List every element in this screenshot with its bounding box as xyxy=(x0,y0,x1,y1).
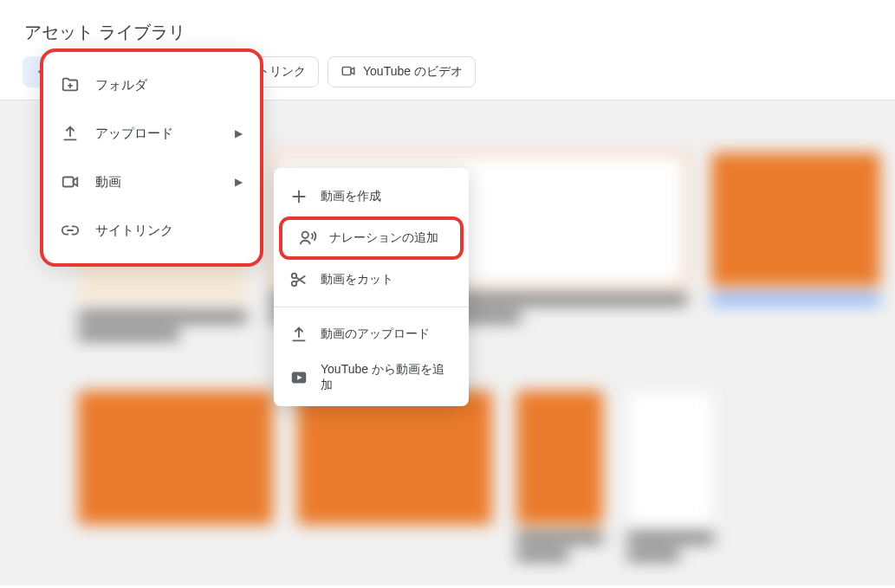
upload-icon xyxy=(289,325,308,344)
video-icon xyxy=(61,172,80,191)
app-shell: アセット ライブラリ すべて 画像 サイトリンク YouTube のビデオ xyxy=(0,0,895,588)
menu-item-folder[interactable]: フォルダ xyxy=(43,61,260,109)
scissors-icon xyxy=(289,270,308,289)
svg-rect-1 xyxy=(342,67,351,74)
menu-item-label: サイトリンク xyxy=(95,223,243,239)
menu-item-video[interactable]: 動画 ▶ xyxy=(43,158,260,206)
svg-point-4 xyxy=(292,274,297,279)
chevron-right-icon: ▶ xyxy=(235,127,243,139)
svg-point-5 xyxy=(292,281,297,287)
svg-rect-2 xyxy=(63,178,74,187)
page-title: アセット ライブラリ xyxy=(24,21,871,44)
upload-icon xyxy=(61,124,80,143)
submenu-item-create-video[interactable]: 動画を作成 xyxy=(274,175,469,218)
video-submenu: 動画を作成 ナレーションの追加 動画をカット xyxy=(274,168,469,406)
submenu-item-upload-video[interactable]: 動画のアップロード xyxy=(274,313,469,356)
youtube-icon xyxy=(289,368,308,387)
chip-youtube-label: YouTube のビデオ xyxy=(363,64,463,80)
menu-item-upload[interactable]: アップロード ▶ xyxy=(43,109,260,158)
link-icon xyxy=(61,221,80,240)
submenu-item-add-narration[interactable]: ナレーションの追加 xyxy=(279,216,464,260)
submenu-item-label: YouTube から動画を追加 xyxy=(321,362,453,393)
submenu-item-label: 動画のアップロード xyxy=(321,326,453,342)
menu-item-label: アップロード xyxy=(95,126,235,142)
plus-icon xyxy=(289,187,308,206)
folder-add-icon xyxy=(61,75,80,94)
submenu-item-cut-video[interactable]: 動画をカット xyxy=(274,258,469,301)
narration-icon xyxy=(298,229,317,248)
video-icon xyxy=(340,63,356,81)
submenu-item-add-from-youtube[interactable]: YouTube から動画を追加 xyxy=(274,356,469,399)
menu-item-label: フォルダ xyxy=(95,77,243,94)
menu-item-label: 動画 xyxy=(95,174,235,191)
chevron-right-icon: ▶ xyxy=(235,176,243,188)
chip-youtube[interactable]: YouTube のビデオ xyxy=(328,56,476,87)
submenu-item-label: ナレーションの追加 xyxy=(329,230,444,246)
submenu-item-label: 動画を作成 xyxy=(321,189,453,204)
asset-grid-area: フォルダ アップロード ▶ 動画 ▶ xyxy=(0,100,895,585)
menu-item-sitelink[interactable]: サイトリンク xyxy=(43,206,260,255)
svg-point-3 xyxy=(302,232,308,238)
primary-context-menu: フォルダ アップロード ▶ 動画 ▶ xyxy=(40,48,263,267)
menu-separator xyxy=(274,307,469,307)
submenu-item-label: 動画をカット xyxy=(321,272,453,288)
